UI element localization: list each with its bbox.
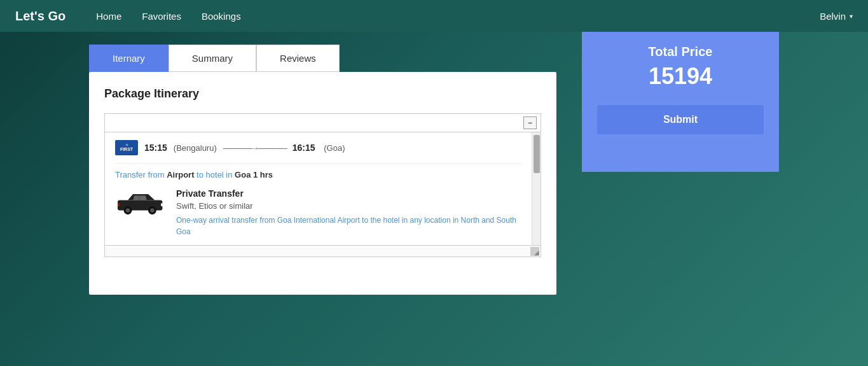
itinerary-content: ✈ FIRST 15:15 (Bengaluru) ————→———— 16:1…	[105, 132, 532, 245]
tab-reviews[interactable]: Reviews	[256, 45, 340, 72]
car-model: Swift, Etios or similar	[176, 201, 521, 211]
flight-row: ✈ FIRST 15:15 (Bengaluru) ————→———— 16:1…	[115, 140, 521, 155]
tab-summary[interactable]: Summary	[169, 45, 256, 72]
total-price-value: 15194	[597, 63, 764, 90]
transfer-duration: 1 hrs	[253, 170, 273, 179]
resize-handle[interactable]: ◢	[530, 247, 539, 256]
svg-rect-7	[118, 203, 120, 206]
username-label: Belvin	[820, 11, 846, 22]
chevron-down-icon: ▾	[850, 13, 853, 20]
nav-link-bookings[interactable]: Bookings	[202, 11, 241, 22]
package-title: Package Itinerary	[104, 87, 541, 101]
package-card: Package Itinerary − ✈ FIRST 15:15	[89, 72, 556, 295]
user-menu[interactable]: Belvin ▾	[820, 11, 853, 22]
price-panel: Total Price 15194 Submit	[582, 32, 779, 172]
price-card: Total Price 15194 Submit	[582, 32, 779, 153]
scrollbar-thumb[interactable]	[534, 135, 540, 173]
arrival-time: 16:15	[293, 143, 315, 153]
transfer-info: Transfer from Airport to hotel in Goa 1 …	[115, 163, 521, 179]
departure-city: (Bengaluru)	[174, 143, 217, 153]
collapse-button[interactable]: −	[523, 116, 537, 129]
navbar-brand: Let's Go	[15, 9, 65, 24]
car-transfer: Private Transfer Swift, Etios or similar…	[115, 188, 521, 237]
tab-bar: Iternary Summary Reviews	[89, 45, 556, 72]
itinerary-scroll: ✈ FIRST 15:15 (Bengaluru) ————→———— 16:1…	[105, 132, 541, 245]
flight-logo: ✈ FIRST	[115, 140, 138, 155]
tab-itinerary[interactable]: Iternary	[89, 45, 169, 72]
itinerary-box: − ✈ FIRST 15:15 (Bengaluru) ————→————	[104, 113, 541, 257]
itinerary-box-header: −	[105, 114, 541, 132]
car-type: Private Transfer	[176, 188, 521, 199]
car-description: One-way arrival transfer from Goa Intern…	[176, 215, 521, 237]
svg-point-5	[150, 208, 154, 212]
svg-rect-6	[161, 203, 163, 206]
scrollbar-track[interactable]	[532, 132, 541, 245]
main-content: Iternary Summary Reviews Package Itinera…	[0, 32, 868, 307]
flight-arrow-icon: ————→————	[223, 143, 286, 153]
arrival-city: (Goa)	[322, 143, 345, 153]
car-icon	[115, 188, 166, 220]
total-price-label: Total Price	[597, 45, 764, 59]
transfer-location: Goa	[235, 170, 251, 179]
transfer-from: Airport	[167, 170, 194, 179]
navbar: Let's Go Home Favorites Bookings Belvin …	[0, 0, 868, 32]
nav-link-home[interactable]: Home	[96, 11, 121, 22]
left-panel: Iternary Summary Reviews Package Itinera…	[89, 45, 556, 295]
submit-button[interactable]: Submit	[597, 105, 764, 134]
itinerary-bottom-bar: ◢	[105, 245, 541, 257]
car-details: Private Transfer Swift, Etios or similar…	[176, 188, 521, 237]
svg-point-3	[126, 208, 130, 212]
departure-time: 15:15	[144, 143, 167, 153]
nav-link-favorites[interactable]: Favorites	[142, 11, 181, 22]
